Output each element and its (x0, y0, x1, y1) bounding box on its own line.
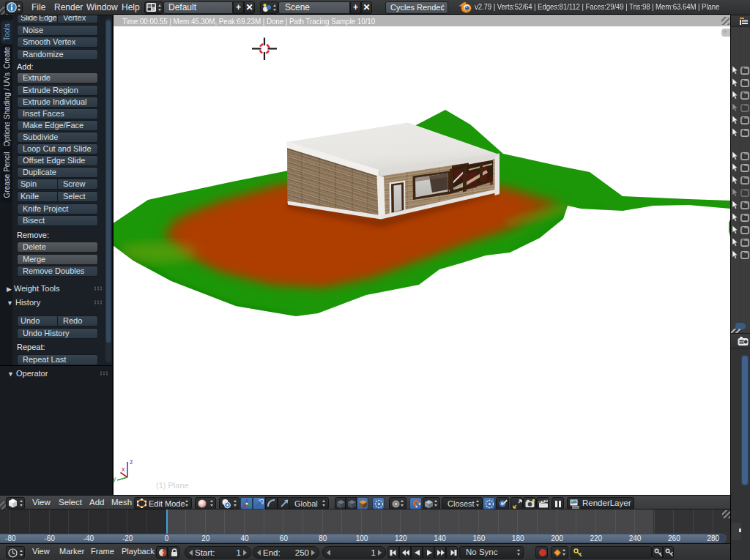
svg-text:z: z (130, 458, 133, 466)
svg-text:x: x (122, 466, 125, 473)
svg-text:(1) Plane: (1) Plane (156, 481, 189, 490)
